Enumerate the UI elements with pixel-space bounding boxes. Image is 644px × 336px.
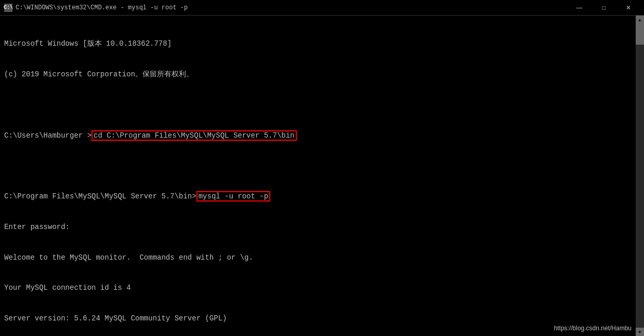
line-mysql-command: C:\Program Files\MySQL\MySQL Server 5.7\… [4, 192, 632, 202]
watermark: https://blog.csdn.net/Hambu [554, 325, 632, 332]
line-3 [4, 100, 632, 111]
line-enter-pw: Enter password: [4, 222, 632, 233]
line-2: (c) 2019 Microsoft Corporation。保留所有权利。 [4, 70, 632, 80]
title-bar-text: C:\WINDOWS\system32\CMD.exe - mysql -u r… [16, 4, 188, 11]
line-welcome: Welcome to the MySQL monitor. Commands e… [4, 253, 632, 263]
close-button[interactable]: ✕ [616, 0, 640, 16]
terminal-content[interactable]: Microsoft Windows [版本 10.0.18362.778] (c… [4, 19, 640, 333]
cd-command-highlight: cd C:\Program Files\MySQL\MySQL Server 5… [91, 130, 296, 141]
line-1: Microsoft Windows [版本 10.0.18362.778] [4, 39, 632, 49]
scrollbar-thumb[interactable] [636, 24, 644, 45]
title-bar: C:\ C:\WINDOWS\system32\CMD.exe - mysql … [0, 0, 644, 16]
minimize-button[interactable]: — [568, 0, 591, 16]
line-version: Server version: 5.6.24 MySQL Community S… [4, 314, 632, 324]
cmd-icon: C:\ [4, 4, 12, 12]
scrollbar-down-button[interactable]: ▼ [636, 328, 644, 336]
line-cd-command: C:\Users\Hamburger >cd C:\Program Files\… [4, 131, 632, 141]
maximize-button[interactable]: □ [592, 0, 615, 16]
title-bar-left: C:\ C:\WINDOWS\system32\CMD.exe - mysql … [4, 4, 188, 12]
terminal-body: Microsoft Windows [版本 10.0.18362.778] (c… [0, 16, 644, 336]
line-connid: Your MySQL connection id is 4 [4, 283, 632, 293]
mysql-command-highlight: mysql -u root -p [196, 191, 270, 201]
scrollbar[interactable]: ▲ ▼ [636, 16, 644, 336]
scrollbar-track [636, 24, 644, 328]
scrollbar-up-button[interactable]: ▲ [636, 16, 644, 24]
line-4 [4, 161, 632, 171]
title-bar-controls: — □ ✕ [568, 0, 640, 16]
